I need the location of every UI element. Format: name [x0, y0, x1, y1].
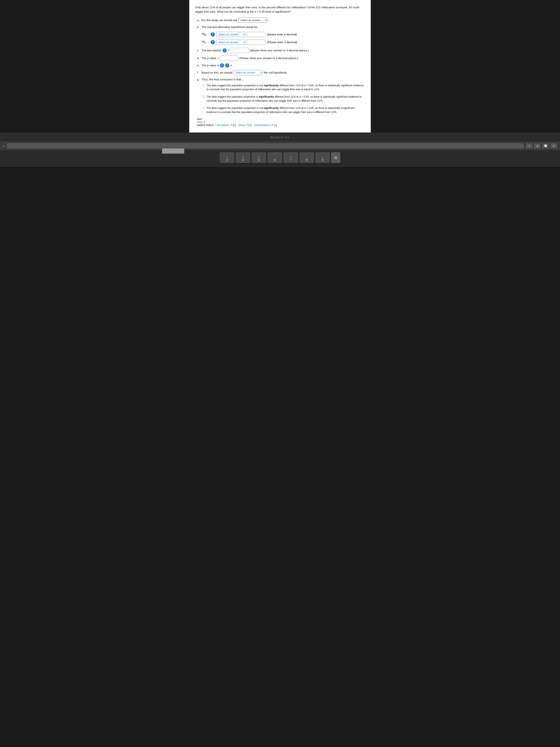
key-7-top: & [290, 156, 292, 158]
key-5-top: % [258, 156, 260, 158]
key-9[interactable]: ( 9 [315, 152, 330, 163]
interp-expand[interactable]: [+] [274, 124, 277, 127]
part-a: a. For this study, we should use Select … [197, 18, 365, 23]
e-alpha: α [230, 64, 232, 67]
setup-link[interactable]: Setup [238, 124, 245, 127]
c-question-btn[interactable]: ? [222, 48, 227, 52]
h1-select[interactable]: Select an answer [216, 40, 245, 45]
conclusion-radio-3[interactable] [202, 107, 205, 109]
part-f-text-before: Based on this, we should [202, 71, 233, 74]
conclusion-option-1: The data suggest the population proporti… [202, 83, 365, 92]
key-9-top: ( [322, 156, 323, 158]
h0-row: H0: ? Select an answer (please enter a d… [202, 32, 365, 37]
taskbar-active-thumb[interactable] [162, 148, 184, 154]
part-f: f. Based on this, we should Select an an… [197, 70, 365, 75]
part-b: b. The null and alternative hypotheses w… [197, 25, 365, 28]
h0-decimal-input[interactable] [247, 32, 266, 37]
h1-question-btn[interactable]: ? [211, 40, 215, 44]
macbook-bottom: MacBook Pro ⌕ ≡ ▤ ⬜ ⊞ # 3 $ 4 % 5 ^ 6 [0, 132, 560, 167]
interp-link[interactable]: Interpretations [254, 124, 270, 127]
c-stat-input[interactable] [231, 48, 249, 53]
key-4[interactable]: $ 4 [236, 152, 250, 163]
help-link[interactable]: Help [197, 121, 203, 124]
setup-expand[interactable]: [+] [248, 124, 251, 127]
conclusion-options: The data suggest the population proporti… [202, 83, 365, 114]
part-d-text: The p-value = [202, 56, 218, 60]
e-comparison-btn[interactable]: ✓ [225, 63, 229, 68]
calc-expand[interactable]: [+] [233, 124, 236, 127]
key-6-top: ^ [274, 156, 275, 158]
part-g: g. Thus, the final conclusion is that ..… [197, 78, 365, 81]
main-content: Only about 11% of all people can wiggle … [189, 0, 371, 132]
conclusion-radio-1[interactable] [202, 84, 205, 87]
hypothesis-block: H0: ? Select an answer (please enter a d… [202, 32, 365, 45]
part-c: c. The test statistic ? = (please show y… [197, 48, 365, 53]
part-d-label: d. [197, 56, 201, 60]
conclusion-option-3: The data suggest the population proporti… [202, 106, 365, 114]
key-plus[interactable]: ⊞ [331, 152, 340, 163]
h0-question-btn[interactable]: ? [211, 32, 215, 36]
c-equals: = [228, 49, 230, 52]
h0-select[interactable]: Select an answer [216, 32, 245, 37]
hint-label: Hint: [197, 118, 365, 121]
h0-label: H0: [202, 32, 209, 36]
problem-text: Only about 11% of all people can wiggle … [195, 5, 365, 14]
keyboard-keys: # 3 $ 4 % 5 ^ 6 & 7 * 8 ( 9 ⊞ [0, 150, 560, 167]
part-c-label: c. [197, 49, 201, 52]
conclusion-option-2: The data suggest the populaton proportio… [202, 95, 365, 103]
taskbar-thumb-container [7, 143, 524, 148]
videos-row: Helpful Videos: Calculations ↗ [+] Setup… [197, 124, 365, 127]
conclusion-text-1: The data suggest the population proporti… [207, 83, 365, 92]
taskbar-icon-1[interactable]: ≡ [526, 143, 533, 148]
f-select[interactable]: Select an answer [234, 70, 263, 75]
d-hint: (Please show your answer to 3 decimal pl… [239, 56, 298, 60]
key-5[interactable]: % 5 [251, 152, 266, 163]
h0-hint: (please enter a decimal) [267, 33, 297, 36]
part-b-label: b. [197, 25, 201, 28]
part-e: e. The p-value is ? ✓ α [197, 63, 365, 68]
key-9-main: 9 [322, 158, 323, 162]
c-hint: (please show your answer to 3 decimal pl… [250, 49, 309, 52]
key-3[interactable]: # 3 [220, 152, 235, 163]
taskbar-icon-4[interactable]: ⊞ [550, 143, 557, 148]
key-7[interactable]: & 7 [283, 152, 298, 163]
key-6[interactable]: ^ 6 [267, 152, 282, 163]
conclusion-text-2: The data suggest the populaton proportio… [207, 95, 365, 103]
part-f-label: f. [197, 71, 201, 74]
key-8-main: 8 [306, 158, 308, 162]
h1-hint: (Please enter a decimal) [267, 41, 297, 44]
key-4-top: $ [242, 156, 243, 158]
key-3-main: 3 [226, 158, 228, 162]
part-a-text: For this study, we should use [202, 19, 237, 22]
conclusion-text-3: The data suggest the population proporti… [207, 106, 365, 114]
e-question-btn[interactable]: ? [220, 63, 224, 68]
hint-section: Hint: Help ↗ Helpful Videos: Calculation… [197, 118, 365, 127]
calc-external-icon: ↗ [230, 124, 232, 127]
taskbar-icons: ≡ ▤ ⬜ ⊞ [526, 143, 557, 148]
part-e-label: e. [197, 64, 201, 67]
videos-label: Helpful Videos: [197, 124, 214, 127]
key-5-main: 5 [258, 158, 260, 162]
taskbar-icon-2[interactable]: ▤ [534, 143, 541, 148]
key-8-top: * [306, 156, 307, 158]
help-row: Help ↗ [197, 121, 365, 124]
d-pvalue-input[interactable] [220, 56, 238, 61]
part-d: d. The p-value = (Please show your answe… [197, 56, 365, 61]
part-f-text-after: the null hypothesis. [264, 71, 288, 74]
calc-link[interactable]: Calculations [215, 124, 229, 127]
h1-decimal-input[interactable] [247, 40, 266, 45]
h1-row: H1: ? Select an answer (Please enter a d… [202, 40, 365, 45]
key-3-top: # [226, 156, 228, 158]
conclusion-radio-2[interactable] [202, 96, 205, 98]
parts-section: a. For this study, we should use Select … [195, 18, 365, 127]
part-g-label: g. [197, 78, 201, 81]
part-g-text: Thus, the final conclusion is that ... [202, 78, 244, 81]
part-a-select[interactable]: Select an answer [238, 18, 268, 23]
taskbar-thumb [7, 143, 524, 148]
macbook-label: MacBook Pro [270, 136, 290, 139]
setup-external-icon: ↗ [245, 124, 248, 127]
key-8[interactable]: * 8 [299, 152, 314, 163]
search-icon[interactable]: ⌕ [3, 144, 5, 148]
taskbar-icon-3[interactable]: ⬜ [542, 143, 549, 148]
part-b-text: The null and alternative hypotheses woul… [202, 25, 258, 28]
